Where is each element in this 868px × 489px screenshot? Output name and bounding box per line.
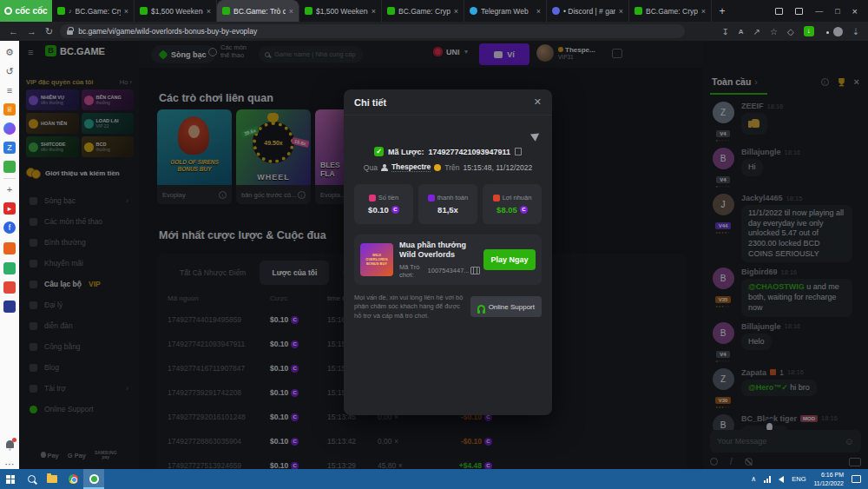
- bet-meta-row: Qua Thespectre Trên 15:15:48, 11/12/2022: [344, 162, 552, 172]
- url-box[interactable]: bc.game/vi/game/wild-overlords-bonus-buy…: [60, 24, 685, 38]
- new-tab-button[interactable]: +: [712, 0, 733, 22]
- volume-icon[interactable]: [779, 476, 784, 483]
- tab-title: • Discord | # gam...: [563, 7, 615, 16]
- messenger-icon[interactable]: [3, 122, 16, 135]
- browser-tab[interactable]: ♪ • Discord | # gam... ×: [547, 0, 629, 22]
- vip-crown-icon[interactable]: ♕: [3, 103, 16, 116]
- browser-tab[interactable]: ♪ BC.Game: Trò chơi s... ×: [217, 0, 299, 22]
- stat-value: 81,5xC: [437, 205, 458, 215]
- browser-tab-strip: cốc cốc ♪ BC.Game: Crypto × ♪ $1,500 Wee…: [0, 0, 868, 22]
- zalo-icon[interactable]: Z: [3, 142, 16, 154]
- tab-close-icon[interactable]: ×: [207, 7, 211, 16]
- navy-app-icon[interactable]: [3, 301, 16, 313]
- browser-profile-icon[interactable]: [833, 27, 843, 36]
- youtube-icon[interactable]: ▸: [3, 202, 16, 215]
- rail-bell-icon[interactable]: [3, 439, 16, 451]
- stat-label: Số tiền: [369, 194, 398, 202]
- tab-close-icon[interactable]: ×: [124, 7, 128, 16]
- forward-icon[interactable]: →: [27, 26, 36, 37]
- online-support-button[interactable]: Online Support: [470, 296, 542, 317]
- url-text[interactable]: bc.game/vi/game/wild-overlords-bonus-buy…: [78, 27, 257, 36]
- browser-tab[interactable]: ♪ BC.Game: Crypto ×: [52, 0, 135, 22]
- back-icon[interactable]: ←: [9, 26, 18, 37]
- browser-tab[interactable]: ♪ $1,500 Weekend Ev... ×: [135, 0, 217, 22]
- add-shortcut-icon[interactable]: +: [3, 183, 16, 195]
- system-tray: ∧ ENG 6:16 PM11/12/2022: [751, 471, 868, 486]
- stat-value: $0.10C: [368, 205, 399, 215]
- chrome-taskbar-icon[interactable]: [62, 469, 83, 489]
- chrome-icon: [69, 474, 78, 484]
- rail-divider: [3, 178, 16, 179]
- coccoc-logo[interactable]: cốc cốc: [0, 0, 52, 22]
- maximize-icon[interactable]: □: [835, 7, 839, 16]
- hidden-icons-caret[interactable]: ∧: [751, 475, 756, 483]
- tab-close-icon[interactable]: ×: [372, 7, 376, 16]
- coccoc-taskbar-icon[interactable]: [83, 469, 104, 489]
- copy-icon[interactable]: [515, 148, 522, 155]
- facebook-icon[interactable]: f: [3, 221, 16, 234]
- player-name[interactable]: Thespectre: [391, 162, 431, 172]
- search-icon: [28, 475, 36, 483]
- on-label: Trên: [444, 163, 459, 172]
- taskbar-search[interactable]: [21, 469, 42, 489]
- extension-download-icon[interactable]: ↓: [804, 26, 814, 36]
- stat-box: Lợi nhuận $8.05C: [483, 184, 542, 224]
- tab-favicon: [387, 7, 395, 15]
- bet-id-label: Mã Lược:: [388, 148, 424, 156]
- file-explorer[interactable]: [42, 469, 62, 489]
- coccoc-side-rail: ⚙ ↺ ≡ ♕ Z + ▸ f ⋯: [0, 41, 19, 469]
- network-icon[interactable]: [764, 476, 771, 483]
- share-icon[interactable]: ↗: [753, 27, 760, 36]
- tab-close-icon[interactable]: ×: [619, 7, 623, 16]
- red-app-icon[interactable]: [3, 281, 16, 294]
- stat-value: $8.05C: [496, 205, 528, 215]
- action-center-icon[interactable]: [852, 475, 861, 483]
- translate-icon[interactable]: A: [739, 28, 744, 36]
- language-indicator[interactable]: ENG: [792, 475, 806, 483]
- reload-icon[interactable]: ↻: [45, 26, 53, 37]
- browser-tab[interactable]: ♪ BC.Game: Crypto C... ×: [382, 0, 464, 22]
- minimize-icon[interactable]: —: [815, 7, 823, 16]
- bookmark-star-icon[interactable]: ☆: [770, 27, 778, 36]
- copy-icon[interactable]: [473, 267, 477, 274]
- player-icon: [381, 164, 388, 171]
- tab-favicon: [305, 7, 312, 15]
- adblock-shield-icon[interactable]: ◇: [787, 27, 794, 36]
- reading-list-icon[interactable]: ≡: [3, 84, 16, 96]
- start-button[interactable]: [0, 469, 21, 489]
- browser-tab[interactable]: ♪ $1,500 Weekend Ev... ×: [299, 0, 382, 22]
- tab-close-icon[interactable]: ×: [536, 7, 541, 16]
- browser-tab[interactable]: ♪ Telegram Web ×: [464, 0, 547, 22]
- browser-tab[interactable]: ♪ BC.Game: Crypto Ca... ×: [629, 0, 712, 22]
- games-gamepad-icon[interactable]: [3, 161, 16, 173]
- modal-close-icon[interactable]: ✕: [534, 96, 542, 108]
- downloads-icon[interactable]: ⇣: [852, 27, 859, 36]
- close-icon[interactable]: ×: [852, 6, 858, 17]
- headset-icon: [477, 305, 485, 311]
- save-page-icon[interactable]: ↧: [721, 27, 728, 36]
- settings-gear-icon[interactable]: ⚙: [3, 46, 16, 58]
- game-thumbnail[interactable]: WILD OVERLORDS BONUS BUY: [360, 243, 393, 276]
- rail-more-icon[interactable]: ⋯: [3, 458, 16, 470]
- verified-shield-icon: ✓: [374, 147, 384, 156]
- address-bar-icons: ↧ A ↗ ☆ ◇ ↓ ⇣: [721, 26, 859, 36]
- stat-box: thanh toán 81,5xC: [418, 184, 477, 224]
- gold-coin-icon: [434, 164, 441, 171]
- tab-title: BC.Game: Crypto C...: [398, 7, 450, 16]
- tab-close-icon[interactable]: ×: [701, 7, 706, 16]
- tab-search-icon[interactable]: [775, 8, 783, 15]
- tab-favicon: [552, 7, 560, 15]
- taskbar-clock[interactable]: 6:16 PM11/12/2022: [813, 471, 844, 486]
- history-icon[interactable]: ↺: [3, 65, 16, 77]
- bcd-coin-icon: C: [520, 206, 528, 214]
- shopee-icon[interactable]: [3, 242, 16, 254]
- coccoc-panel-icon[interactable]: [795, 8, 803, 15]
- notification-dot: [12, 438, 16, 442]
- tab-close-icon[interactable]: ×: [454, 7, 458, 16]
- tab-close-icon[interactable]: ×: [289, 7, 293, 16]
- play-now-button[interactable]: Play Ngay: [483, 249, 536, 270]
- game-title: Mua phần thưởng Wild Overlords: [399, 241, 477, 261]
- green-app-icon[interactable]: [3, 262, 16, 274]
- modal-title: Chi tiết: [354, 97, 386, 108]
- modal-share-icon[interactable]: [532, 128, 540, 143]
